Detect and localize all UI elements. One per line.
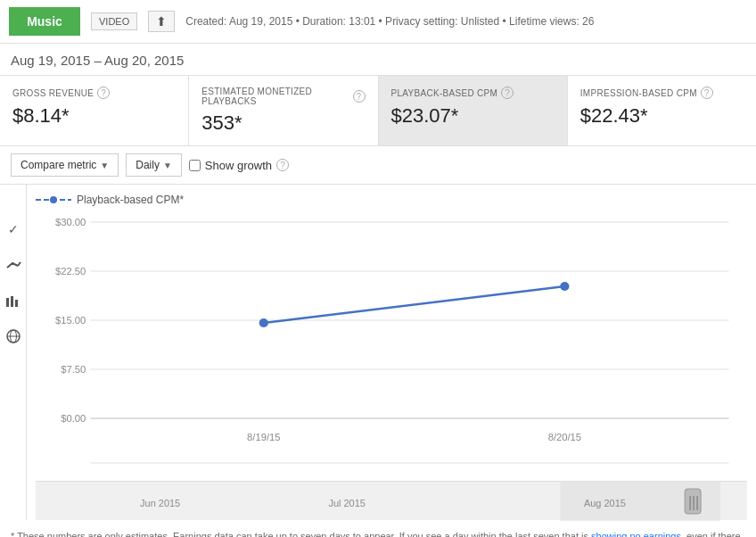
svg-line-0	[18, 262, 21, 266]
bar-chart-icon[interactable]	[4, 292, 22, 310]
metric-label-impression-cpm: IMPRESSION-BASED CPM ?	[580, 87, 744, 99]
legend-label: Playback-based CPM*	[77, 194, 184, 206]
metric-value-playback-cpm: $23.07*	[391, 104, 555, 128]
chart-sidebar: ✓	[0, 185, 27, 520]
svg-text:8/19/15: 8/19/15	[247, 432, 280, 442]
help-icon-show-growth[interactable]: ?	[276, 159, 289, 171]
svg-rect-2	[11, 296, 13, 307]
svg-text:Jun 2015: Jun 2015	[140, 497, 180, 508]
help-icon-impression-cpm[interactable]: ?	[701, 87, 713, 99]
metric-value-gross-revenue: $8.14*	[12, 104, 176, 128]
show-growth-checkbox[interactable]	[189, 160, 201, 171]
metric-gross-revenue[interactable]: GROSS REVENUE ? $8.14*	[0, 76, 189, 145]
svg-text:Jul 2015: Jul 2015	[328, 497, 365, 508]
chart-area: ✓ P	[0, 185, 756, 520]
footnote-link-1[interactable]: showing no earnings	[591, 531, 681, 537]
mini-timeline: Jun 2015 Jul 2015 Aug 2015	[36, 481, 747, 520]
video-meta: Created: Aug 19, 2015 • Duration: 13:01 …	[185, 15, 594, 28]
svg-rect-1	[6, 298, 9, 307]
show-growth-checkbox-label[interactable]: Show growth ?	[189, 159, 289, 172]
chart-legend: Playback-based CPM*	[36, 194, 747, 206]
help-icon-estimated-playbacks[interactable]: ?	[353, 90, 366, 103]
metric-label-playback-cpm: PLAYBACK-BASED CPM ?	[391, 87, 555, 99]
svg-text:Aug 2015: Aug 2015	[584, 497, 626, 508]
svg-text:$15.00: $15.00	[55, 315, 86, 326]
svg-point-8	[50, 196, 57, 203]
globe-icon[interactable]	[4, 327, 22, 345]
metric-label-gross-revenue: GROSS REVENUE ?	[12, 87, 176, 99]
chart-container: Playback-based CPM* $30.00 $22.50 $15.00…	[27, 185, 756, 520]
music-badge: Music	[9, 7, 80, 36]
video-button[interactable]: VIDEO	[91, 12, 137, 30]
metric-playback-cpm[interactable]: PLAYBACK-BASED CPM ? $23.07*	[379, 76, 568, 145]
metric-label-estimated-playbacks: ESTIMATED MONETIZED PLAYBACKS ?	[201, 87, 365, 106]
svg-text:$22.50: $22.50	[55, 266, 86, 277]
svg-point-22	[560, 282, 569, 291]
footnote: * These numbers are only estimates. Earn…	[0, 520, 756, 537]
metric-estimated-playbacks[interactable]: ESTIMATED MONETIZED PLAYBACKS ? 353*	[189, 76, 378, 145]
metric-impression-cpm[interactable]: IMPRESSION-BASED CPM ? $22.43*	[568, 76, 756, 145]
svg-rect-3	[15, 300, 18, 307]
compare-metric-button[interactable]: Compare metric ▼	[11, 153, 119, 177]
help-icon-gross-revenue[interactable]: ?	[97, 87, 110, 99]
top-bar: Music VIDEO ⬆ Created: Aug 19, 2015 • Du…	[0, 0, 756, 44]
svg-point-21	[259, 318, 268, 327]
daily-label: Daily	[136, 159, 160, 171]
date-range: Aug 19, 2015 – Aug 20, 2015	[0, 44, 756, 75]
svg-line-20	[264, 286, 565, 323]
show-growth-label: Show growth	[205, 159, 272, 172]
daily-button[interactable]: Daily ▼	[126, 153, 182, 177]
daily-arrow: ▼	[163, 161, 172, 170]
trend-icon[interactable]	[4, 256, 22, 274]
upload-button[interactable]: ⬆	[148, 11, 175, 32]
svg-text:$7.50: $7.50	[61, 364, 86, 375]
toolbar: Compare metric ▼ Daily ▼ Show growth ?	[0, 146, 756, 185]
svg-rect-30	[685, 489, 701, 514]
help-icon-playback-cpm[interactable]: ?	[501, 87, 514, 99]
metric-value-impression-cpm: $22.43*	[580, 104, 744, 128]
metric-value-estimated-playbacks: 353*	[201, 112, 365, 135]
checkmark-icon[interactable]: ✓	[4, 220, 22, 238]
svg-text:8/20/15: 8/20/15	[548, 432, 581, 442]
compare-metric-arrow: ▼	[100, 161, 109, 170]
svg-text:$30.00: $30.00	[55, 217, 86, 227]
compare-metric-label: Compare metric	[21, 159, 96, 171]
svg-text:$0.00: $0.00	[61, 413, 86, 424]
chart-svg: $30.00 $22.50 $15.00 $7.50 $0.00 8/19/15…	[36, 213, 747, 481]
metrics-row: GROSS REVENUE ? $8.14* ESTIMATED MONETIZ…	[0, 75, 756, 146]
